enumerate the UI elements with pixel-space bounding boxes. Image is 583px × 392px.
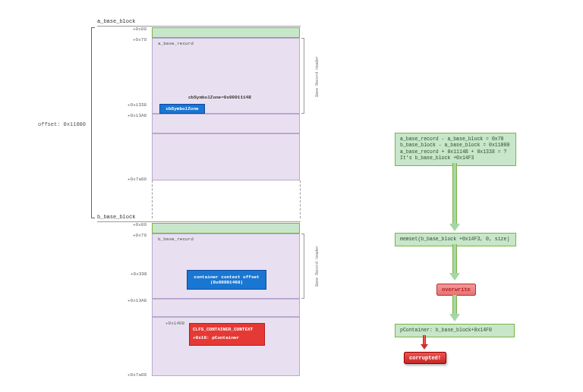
a-offset-7a00: +0x7a00 — [128, 177, 147, 182]
a-offset-1338: +0x1338 — [128, 102, 147, 108]
arrow-overwrite-to-pcontainer — [449, 295, 460, 321]
clfs-line2: +0x18: pContainer — [193, 335, 261, 340]
container-context-box: container context offset (0x00001468) — [187, 270, 266, 290]
clfs-container-context-box: CLFS_CONTAINER_CONTEXT +0x18: pContainer — [189, 323, 265, 346]
b-header-label: Base Record Header — [315, 241, 320, 287]
cb-symbolzone-box: cbSymbolZone — [159, 104, 205, 114]
calc-line-1: a_base_record - a_base_block = 0x70 — [400, 136, 511, 143]
a-offset-13a8: +0x13A8 — [128, 113, 147, 118]
clfs-line1: CLFS_CONTAINER_CONTEXT — [193, 327, 261, 332]
b-offset-0: +0x00 — [133, 222, 147, 227]
offset-0x11000-label: offset: 0x11000 — [38, 121, 86, 127]
a-record-lower-2 — [152, 133, 300, 180]
calc-line-3: a_base_record + 0x1114B + 0x1338 = ? — [400, 149, 511, 155]
calculation-box: a_base_record - a_base_block = 0x70 b_ba… — [395, 133, 516, 166]
b-record-lower-1 — [152, 299, 300, 317]
a-block-title-underline — [97, 26, 301, 27]
b-block-header-strip — [152, 223, 300, 234]
b-offset-1408: +0x1408 — [165, 321, 184, 326]
gap-dash-right — [300, 180, 301, 218]
a-header-bracket — [301, 38, 304, 114]
overwrite-pill: overwrite — [436, 284, 476, 296]
b-offset-7a00: +0x7a00 — [128, 372, 147, 378]
a-header-label: Base Record Header — [315, 52, 320, 97]
b-offset-13a8: +0x13A8 — [128, 298, 147, 303]
calc-line-2: b_base_block - a_base_block = 0x11000 — [400, 143, 511, 149]
b-block-title-underline — [97, 221, 301, 222]
arrow-memset-to-overwrite — [449, 244, 460, 281]
container-context-line1: container context offset — [194, 274, 259, 280]
a-record-lower-1 — [152, 114, 300, 133]
b-offset-70: +0x70 — [133, 233, 147, 238]
b-block-title: b_base_block — [97, 214, 135, 220]
corrupted-pill: corrupted! — [404, 352, 446, 364]
a-block-header-strip — [152, 27, 300, 38]
cb-symbolzone-label: cbSymbolZone=0x0001114B — [188, 95, 251, 100]
pcontainer-box: pContainer: b_base_block+0x14F0 — [395, 324, 515, 337]
arrow-red-corrupted — [421, 335, 428, 350]
b-base-record-title: b_base_record — [158, 237, 194, 242]
calc-line-4: It's b_base_block +0x14F3 — [400, 155, 511, 162]
b-offset-398: +0x398 — [131, 271, 147, 277]
a-base-record-title: a_base_record — [158, 41, 194, 46]
a-block-title: a_base_block — [97, 18, 135, 24]
arrow-calc-to-memset — [449, 163, 460, 231]
a-base-record-box — [152, 38, 300, 114]
a-offset-0: +0x00 — [133, 27, 147, 32]
offset-bracket — [91, 27, 95, 218]
b-header-bracket — [301, 234, 304, 299]
container-context-line2: (0x00001468) — [210, 280, 243, 285]
a-offset-70: +0x70 — [133, 37, 147, 42]
gap-dash-left — [152, 180, 153, 218]
